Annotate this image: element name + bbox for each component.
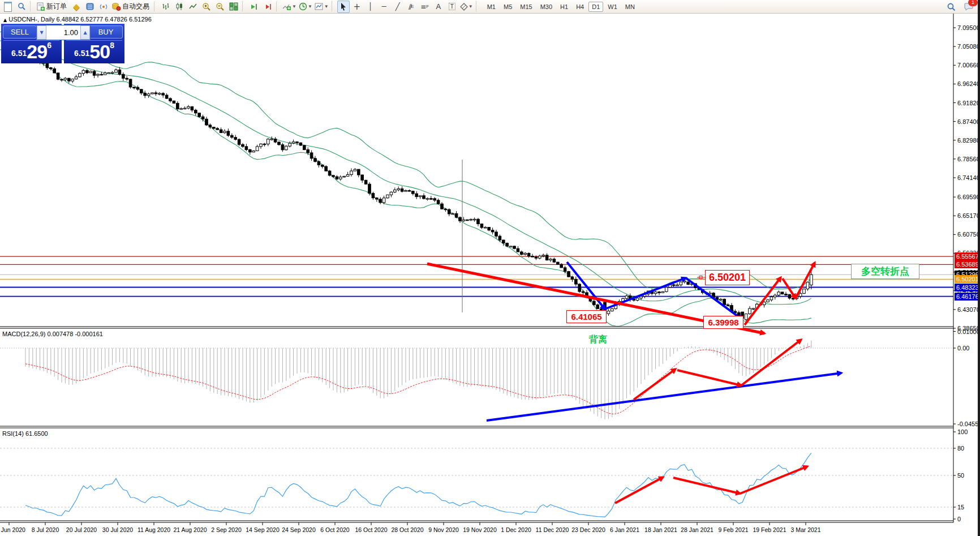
- fibonacci-icon[interactable]: ≡F: [419, 1, 431, 13]
- timeframe-mn[interactable]: MN: [622, 2, 638, 12]
- zoom-out-icon[interactable]: [214, 1, 226, 13]
- zoom-in-icon[interactable]: [200, 1, 213, 13]
- date-axis-label: 6 Oct 2020: [320, 526, 349, 533]
- date-axis-label: 18 Jan 2021: [644, 526, 677, 533]
- chart-canvas[interactable]: [0, 0, 980, 536]
- date-axis-label: 21 Aug 2020: [174, 526, 207, 533]
- timeframe-d1[interactable]: D1: [588, 2, 603, 12]
- price-axis-label: 6.43070: [957, 306, 980, 313]
- price-tag-6.50201: 6.50201: [955, 275, 980, 283]
- rsi-axis-label: 15: [957, 504, 964, 511]
- rsi-label: RSI(14) 61.6500: [2, 430, 48, 437]
- price-tag-6.55567: 6.55567: [955, 252, 980, 260]
- sell-price: 6.51296: [1, 41, 62, 60]
- cursor-icon[interactable]: [337, 1, 350, 13]
- shapes-icon[interactable]: ▼: [459, 1, 474, 13]
- window-edge: [978, 0, 980, 536]
- low2-price-label[interactable]: 6.39998: [703, 316, 743, 329]
- price-axis-label: 6.74140: [957, 174, 980, 181]
- periods-icon[interactable]: ▼: [298, 1, 313, 13]
- price-axis-label: 6.91820: [957, 100, 980, 106]
- price-axis-label: 6.69590: [957, 194, 980, 200]
- timeframe-m5[interactable]: M5: [500, 2, 515, 12]
- rsi_zigzag_red[interactable]: [615, 477, 663, 503]
- turning-point-label[interactable]: 多空转折点: [851, 264, 919, 279]
- buy-price: 6.51508: [64, 41, 124, 60]
- rsi-axis-label: 80: [957, 445, 964, 452]
- buy-button[interactable]: BUY: [89, 25, 123, 38]
- mt4-window: 新订单 ◆ 自动交易: [0, 0, 980, 536]
- volume-control: ▼ ▲: [36, 25, 91, 40]
- chart-window-icon[interactable]: [2, 1, 14, 13]
- date-axis-label: 30 Jul 2020: [102, 526, 133, 533]
- sell-button[interactable]: SELL: [3, 25, 37, 38]
- volume-decrease-button[interactable]: ▼: [37, 25, 46, 40]
- chart-shift-icon[interactable]: [261, 1, 274, 13]
- text-icon[interactable]: A: [432, 1, 445, 13]
- macd-axis-label: -0.045577: [957, 421, 980, 427]
- timeframe-group: M1M5M15M30H1H4D1W1MN: [483, 2, 639, 12]
- tile-windows-icon[interactable]: [227, 1, 240, 13]
- market-depth-icon[interactable]: [84, 1, 96, 13]
- notifications-icon[interactable]: 1: [962, 1, 975, 13]
- rsi_zigzag_red[interactable]: [740, 466, 807, 494]
- preview-icon[interactable]: [15, 1, 28, 13]
- auto-trading-button[interactable]: 自动交易: [111, 1, 152, 13]
- templates-icon[interactable]: ▼: [314, 1, 329, 13]
- timeframe-m1[interactable]: M1: [484, 2, 499, 12]
- low1-price-label[interactable]: 6.41065: [566, 310, 607, 323]
- date-axis-label: 2 Sep 2020: [211, 526, 242, 533]
- vertical-line-icon[interactable]: │: [364, 1, 377, 13]
- timeframe-h1[interactable]: H1: [557, 2, 571, 12]
- macd-axis-label: 0.010004: [957, 328, 980, 335]
- timeframe-h4[interactable]: H4: [573, 2, 587, 12]
- gold-icon[interactable]: ◆: [70, 1, 83, 13]
- collapse-arrow-icon[interactable]: ▲: [3, 18, 7, 23]
- timeframe-m30[interactable]: M30: [537, 2, 556, 12]
- timeframe-w1[interactable]: W1: [604, 2, 621, 12]
- main-toolbar: 新订单 ◆ 自动交易: [0, 0, 980, 14]
- rsi-axis-label: 50: [957, 472, 964, 479]
- peak-price-label[interactable]: 6.50201: [705, 270, 750, 285]
- timeframe-m15[interactable]: M15: [517, 2, 535, 12]
- rsi-axis-label: 100: [957, 428, 968, 435]
- search-icon[interactable]: [945, 1, 957, 13]
- new-order-label: 新订单: [46, 2, 67, 11]
- signal-icon[interactable]: [97, 1, 110, 13]
- new-order-button[interactable]: 新订单: [36, 1, 69, 13]
- macd-axis-label: 0.00: [957, 345, 969, 351]
- date-axis-label: 9 Nov 2020: [428, 526, 459, 533]
- price-tag-6.46176: 6.46176: [955, 293, 980, 301]
- date-axis-label: 20 Jul 2020: [66, 526, 97, 533]
- line-chart-icon[interactable]: [187, 1, 199, 13]
- channel-icon[interactable]: ∕∕E: [405, 1, 418, 13]
- date-axis-label: 14 Sep 2020: [246, 526, 280, 533]
- date-axis-label: 16 Oct 2020: [355, 526, 387, 533]
- trendline-icon[interactable]: ╱: [392, 1, 404, 13]
- crosshair-icon[interactable]: +: [351, 1, 363, 13]
- date-axis-label: 8 Jul 2020: [32, 526, 59, 533]
- volume-input[interactable]: [46, 25, 80, 40]
- price-axis-label: 6.87400: [957, 118, 980, 125]
- text-label-icon[interactable]: T: [446, 1, 458, 13]
- price-tag-6.48323: 6.48323: [955, 284, 980, 291]
- macd_zigzag_red[interactable]: [677, 370, 741, 385]
- divergence-label[interactable]: 背离: [585, 334, 611, 345]
- rsi_zigzag_red[interactable]: [673, 478, 740, 494]
- volume-increase-button[interactable]: ▲: [80, 25, 90, 40]
- auto-scroll-icon[interactable]: [248, 1, 260, 13]
- chevron-down-icon: ▼: [40, 30, 43, 35]
- bar-chart-icon[interactable]: [160, 1, 172, 13]
- candlestick-chart-icon[interactable]: [173, 1, 186, 13]
- price-axis-label: 7.00660: [957, 62, 980, 68]
- horizontal-line-icon[interactable]: ─: [378, 1, 390, 13]
- date-axis-label: 24 Sep 2020: [282, 526, 316, 533]
- price-axis-label: 6.82980: [957, 137, 980, 144]
- price-tag-6.53689: 6.53689: [955, 260, 980, 268]
- date-axis-label: 19 Nov 2020: [463, 526, 497, 533]
- date-axis-label: 9 Feb 2021: [718, 526, 748, 533]
- indicators-icon[interactable]: ▼: [282, 1, 297, 13]
- price_zigzag_blue[interactable]: [567, 262, 605, 309]
- date-axis-label: 11 Aug 2020: [137, 526, 170, 533]
- date-axis-label: 23 Dec 2020: [571, 526, 605, 533]
